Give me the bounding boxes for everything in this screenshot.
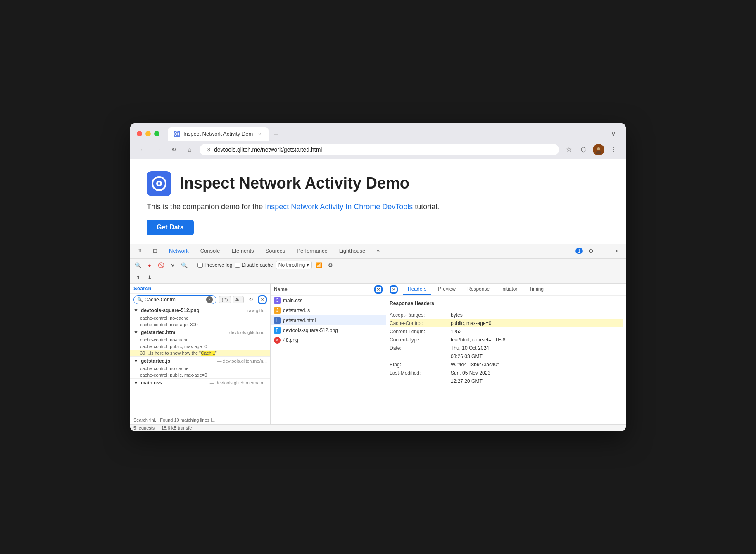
minimize-window-button[interactable] <box>145 131 151 136</box>
search-group-title: devtools-square-512.png <box>141 308 239 313</box>
network-settings-button[interactable]: ⚙ <box>326 260 335 270</box>
search-result-item[interactable]: cache-control: max-age=300 <box>130 321 270 328</box>
address-icon: ⊙ <box>206 146 211 153</box>
chrome-menu-button[interactable]: ⋮ <box>608 144 619 155</box>
search-refresh-button[interactable]: ↻ <box>246 295 255 304</box>
devtools-right-controls: 1 ⚙ ⋮ × <box>575 246 623 256</box>
reload-button[interactable]: ↻ <box>168 144 180 155</box>
chevron-down-icon: ▼ <box>133 380 138 386</box>
extensions-button[interactable]: ⬡ <box>578 144 590 155</box>
page-header: Inspect Network Activity Demo <box>147 171 609 196</box>
headers-tab-initiator[interactable]: Initiator <box>496 284 522 295</box>
search-result-item[interactable]: cache-control: no-cache <box>130 337 270 343</box>
get-data-button[interactable]: Get Data <box>147 220 194 235</box>
file-item-devtools-png[interactable]: P devtools-square-512.png <box>271 325 386 335</box>
header-content-length: Content-Length: 1252 <box>390 327 623 336</box>
new-tab-button[interactable]: + <box>270 129 282 141</box>
file-item-main-css[interactable]: C main.css <box>271 296 386 306</box>
headers-tab-response[interactable]: Response <box>462 284 494 295</box>
active-tab[interactable]: Inspect Network Activity Dem × <box>168 127 269 141</box>
search-close-button[interactable]: × <box>258 295 267 304</box>
home-button[interactable]: ⌂ <box>184 144 195 155</box>
file-item-getstarted-js[interactable]: J getstarted.js <box>271 306 386 315</box>
header-date: Date: Thu, 10 Oct 2024 <box>390 344 623 352</box>
maximize-window-button[interactable] <box>154 131 159 136</box>
search-group-devtools-png-header[interactable]: ▼ devtools-square-512.png — raw.gith... <box>130 306 270 315</box>
search-group-source: — devtools.glitch.me/main... <box>210 380 267 385</box>
headers-panel: × Headers Preview Response Initiator Tim… <box>386 284 626 424</box>
bookmark-button[interactable]: ☆ <box>563 144 575 155</box>
devtools-statusbar: 5 requests 18.6 kB transfe <box>130 424 626 431</box>
devtools-tab-performance[interactable]: Performance <box>292 244 332 258</box>
preserve-log-checkbox[interactable] <box>197 263 203 268</box>
search-group-main-css-header[interactable]: ▼ main.css — devtools.glitch.me/main... <box>130 379 270 387</box>
devtools-tab-console[interactable]: Console <box>195 244 225 258</box>
search-options: (.*) Aa <box>219 296 244 303</box>
file-item-48-png[interactable]: ✕ 48.png <box>271 335 386 345</box>
issues-badge[interactable]: 1 <box>575 248 583 254</box>
search-button[interactable]: 🔍 <box>180 260 189 270</box>
svg-point-1 <box>176 133 178 135</box>
headers-tab-timing[interactable]: Timing <box>524 284 549 295</box>
devtools-tab-elements-icon[interactable]: ⌗ <box>133 244 146 258</box>
search-input[interactable]: Cache-Control <box>145 297 204 303</box>
devtools-settings-button[interactable]: ⚙ <box>585 246 596 256</box>
search-clear-button[interactable]: × <box>206 296 213 303</box>
devtools-tab-lighthouse[interactable]: Lighthouse <box>334 244 371 258</box>
file-list: C main.css J getstarted.js H getstarted.… <box>271 296 386 424</box>
search-panel-toggle[interactable]: 🔍 <box>133 260 143 270</box>
page-logo <box>147 171 171 196</box>
throttle-selector[interactable]: No throttling ▾ <box>276 261 312 269</box>
transfer-size: 18.6 kB transfe <box>161 425 192 430</box>
devtools-tab-elements[interactable]: Elements <box>226 244 259 258</box>
preserve-log-label: Preserve log <box>197 262 232 268</box>
case-sensitive-button[interactable]: Aa <box>233 296 244 303</box>
back-button[interactable]: ← <box>137 144 148 155</box>
header-last-modified: Last-Modified: Sun, 05 Nov 2023 <box>390 369 623 377</box>
search-result-item-highlighted[interactable]: 30 ...is here to show how the "Cach..." <box>130 350 270 356</box>
page-description: This is the companion demo for the Inspe… <box>147 203 609 211</box>
regex-toggle-button[interactable]: (.*) <box>219 296 231 303</box>
chevron-down-icon: ▼ <box>133 330 138 335</box>
search-group-devtools-png: ▼ devtools-square-512.png — raw.gith... … <box>130 306 270 328</box>
forward-button[interactable]: → <box>152 144 164 155</box>
devtools-tutorial-link[interactable]: Inspect Network Activity In Chrome DevTo… <box>265 203 413 211</box>
record-button[interactable]: ● <box>145 260 154 270</box>
download-button[interactable]: ⬇ <box>145 273 154 282</box>
network-conditions-button[interactable]: 📶 <box>314 260 323 270</box>
disable-cache-checkbox[interactable] <box>235 263 240 268</box>
address-bar-input[interactable]: ⊙ devtools.glitch.me/network/getstarted.… <box>200 144 559 155</box>
tab-close-button[interactable]: × <box>256 131 263 137</box>
headers-tab-headers[interactable]: Headers <box>403 284 431 295</box>
tab-menu-button[interactable]: ∨ <box>608 128 619 140</box>
devtools-tab-device-icon[interactable]: ⊡ <box>148 244 162 258</box>
header-date-time: 03:26:03 GMT <box>390 352 623 361</box>
upload-button[interactable]: ⬆ <box>133 273 143 282</box>
devtools-more-button[interactable]: ⋮ <box>599 246 609 256</box>
search-result-item[interactable]: cache-control: public, max-age=0 <box>130 343 270 350</box>
headers-tabs: × Headers Preview Response Initiator Tim… <box>386 284 626 296</box>
elements-select-icon: ⌗ <box>138 247 141 254</box>
disable-cache-label: Disable cache <box>235 262 273 268</box>
search-result-item[interactable]: cache-control: public, max-age=0 <box>130 372 270 378</box>
search-result-item[interactable]: cache-control: no-cache <box>130 365 270 372</box>
headers-tab-preview[interactable]: Preview <box>433 284 461 295</box>
search-result-item[interactable]: cache-control: no-cache <box>130 315 270 321</box>
devtools-tab-more[interactable]: » <box>372 244 385 258</box>
file-item-getstarted-html[interactable]: H getstarted.html <box>271 315 386 325</box>
devtools-close-button[interactable]: × <box>612 246 623 256</box>
network-files-close-button[interactable]: × <box>374 285 383 294</box>
profile-avatar[interactable] <box>593 144 604 155</box>
tab-title: Inspect Network Activity Dem <box>183 131 253 137</box>
filter-button[interactable]: ⛛ <box>168 260 177 270</box>
png-file-icon: P <box>274 327 281 334</box>
headers-close-button[interactable]: × <box>390 285 398 294</box>
svg-point-6 <box>158 182 160 185</box>
devtools-tab-sources[interactable]: Sources <box>261 244 290 258</box>
search-group-getstarted-html-header[interactable]: ▼ getstarted.html — devtools.glitch.m... <box>130 328 270 337</box>
devtools-tab-network[interactable]: Network <box>164 244 194 258</box>
close-window-button[interactable] <box>137 131 142 136</box>
search-group-getstarted-js-header[interactable]: ▼ getstarted.js — devtools.glitch.me/n..… <box>130 357 270 365</box>
clear-button[interactable]: 🚫 <box>157 260 166 270</box>
error-file-icon: ✕ <box>274 337 281 344</box>
